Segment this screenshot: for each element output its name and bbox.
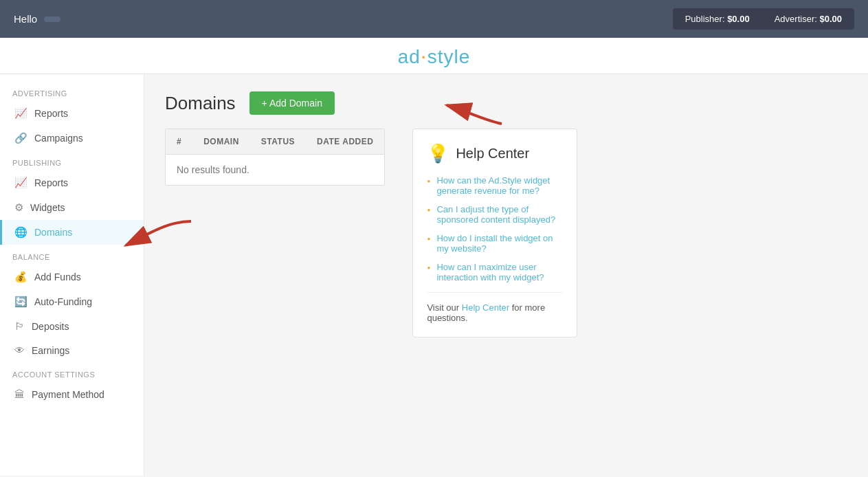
sidebar-item-label: Auto-Funding [34,296,92,307]
campaigns-icon: 🔗 [14,132,27,144]
help-center-box: 💡 Help Center How can the Ad.Style widge… [412,129,577,337]
page-header: Domains + Add Domain [165,91,847,115]
help-link-item: How can I maximize user interaction with… [427,262,563,282]
help-center-title: 💡 Help Center [427,143,563,164]
help-link-2[interactable]: Can I adjust the type of sponsored conte… [436,204,555,225]
sidebar-item-label: Add Funds [34,271,81,282]
sidebar-item-campaigns[interactable]: 🔗 Campaigns [0,126,144,151]
sidebar: Advertising 📈 Reports 🔗 Campaigns Publis… [0,74,144,476]
auto-funding-icon: 🔄 [14,296,27,308]
help-link-item: How can the Ad.Style widget generate rev… [427,175,563,196]
help-footer: Visit our Help Center for more questions… [427,292,563,323]
publishing-section-label: Publishing [0,151,144,170]
hello-label: Hello [14,13,37,25]
top-nav: Hello Publisher: $0.00 Advertiser: $0.00 [0,0,868,38]
user-button[interactable] [44,16,60,22]
add-funds-icon: 💰 [14,271,27,283]
page-title: Domains [165,93,236,114]
help-links: How can the Ad.Style widget generate rev… [427,175,563,282]
publisher-balance: Publisher: $0.00 [673,8,762,30]
no-results-text: No results found. [166,155,384,186]
reports-pub-icon: 📈 [14,177,27,189]
sidebar-item-label: Reports [34,177,68,188]
logo-ad: ad [398,46,421,67]
top-nav-left: Hello [14,13,60,25]
help-link-3[interactable]: How do I install the widget on my websit… [436,233,553,254]
domains-table: # DOMAIN STATUS DATE ADDED No results fo… [166,129,384,185]
col-status: STATUS [250,129,306,155]
payment-icon: 🏛 [14,388,25,400]
help-link-item: How do I install the widget on my websit… [427,233,563,254]
main-content: Domains + Add Domain # DOMAIN [144,74,868,476]
logo-style: style [427,46,471,67]
deposits-icon: 🏳 [14,320,25,332]
help-link-4[interactable]: How can I maximize user interaction with… [436,262,544,282]
help-icon: 💡 [427,143,449,164]
sidebar-item-label: Reports [34,108,68,119]
reports-icon: 📈 [14,107,27,120]
logo-bar: ad·style [0,38,868,74]
add-domain-arrow-annotation [395,93,512,134]
logo-dot: · [421,43,427,68]
help-link-item: Can I adjust the type of sponsored conte… [427,204,563,225]
sidebar-item-add-funds[interactable]: 💰 Add Funds [0,265,144,289]
sidebar-item-label: Widgets [30,202,65,213]
sidebar-item-label: Payment Method [32,389,104,400]
sidebar-item-payment-method[interactable]: 🏛 Payment Method [0,382,144,406]
domains-icon: 🌐 [14,226,27,238]
col-date-added: DATE ADDED [306,129,384,155]
sidebar-item-auto-funding[interactable]: 🔄 Auto-Funding [0,289,144,314]
sidebar-item-domains[interactable]: 🌐 Domains [0,220,144,245]
sidebar-item-earnings[interactable]: 👁 Earnings [0,338,144,362]
widgets-icon: ⚙ [14,201,23,214]
advertiser-balance: Advertiser: $0.00 [762,8,854,30]
help-link-1[interactable]: How can the Ad.Style widget generate rev… [436,175,550,196]
add-domain-button[interactable]: + Add Domain [249,91,335,115]
sidebar-item-deposits[interactable]: 🏳 Deposits [0,314,144,338]
sidebar-item-widgets[interactable]: ⚙ Widgets [0,195,144,220]
sidebar-item-reports-adv[interactable]: 📈 Reports [0,101,144,126]
right-panel: 💡 Help Center How can the Ad.Style widge… [412,129,577,337]
sidebar-item-label: Earnings [32,345,69,356]
account-section-label: Account Settings [0,362,144,382]
table-row-empty: No results found. [166,155,384,186]
earnings-icon: 👁 [14,344,25,356]
table-header-row: # DOMAIN STATUS DATE ADDED [166,129,384,155]
logo: ad·style [398,46,471,68]
sidebar-item-label: Deposits [32,321,69,332]
layout: Advertising 📈 Reports 🔗 Campaigns Publis… [0,74,868,476]
col-domain: DOMAIN [192,129,250,155]
top-nav-right: Publisher: $0.00 Advertiser: $0.00 [673,8,854,30]
advertising-section-label: Advertising [0,81,144,101]
balance-section-label: Balance [0,245,144,265]
col-number: # [166,129,192,155]
domains-table-wrapper: # DOMAIN STATUS DATE ADDED No results fo… [165,129,385,186]
sidebar-item-label: Campaigns [34,133,83,144]
help-center-link[interactable]: Help Center [462,302,509,313]
sidebar-item-reports-pub[interactable]: 📈 Reports [0,170,144,195]
sidebar-item-label: Domains [34,227,72,238]
